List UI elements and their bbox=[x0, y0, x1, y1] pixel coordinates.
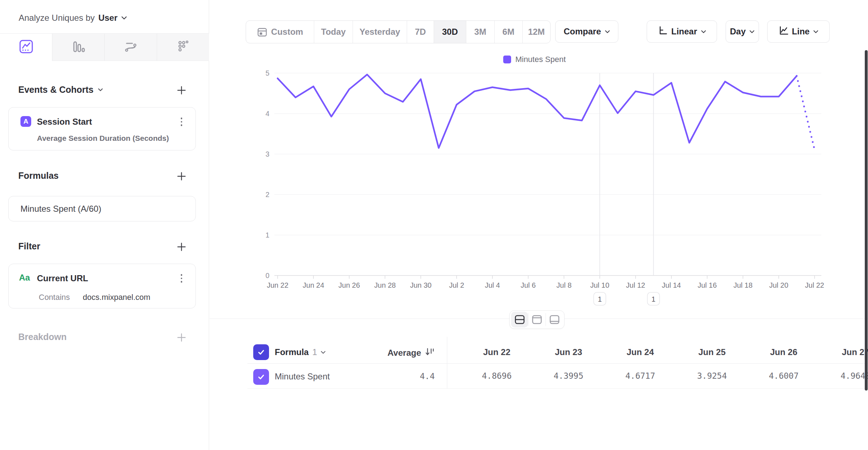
column-header[interactable]: Jun 22 bbox=[461, 347, 533, 357]
range-yesterday[interactable]: Yesterday bbox=[353, 21, 407, 43]
range-custom[interactable]: Custom bbox=[246, 21, 314, 43]
y-tick-label: 4 bbox=[265, 110, 269, 118]
calendar-icon bbox=[257, 27, 268, 37]
series-line[interactable] bbox=[278, 75, 797, 148]
x-tick-label: Jun 24 bbox=[303, 281, 324, 289]
x-tick-label: Jun 28 bbox=[374, 281, 396, 289]
annotation-badge-count: 1 bbox=[651, 295, 655, 303]
compare-button[interactable]: Compare bbox=[555, 20, 618, 43]
chevron-down-icon bbox=[813, 30, 819, 33]
analyze-label: Analyze Uniques by bbox=[19, 13, 95, 23]
table-row: 4.86964.39954.67173.92544.60074.9640 bbox=[461, 371, 868, 380]
table-row-underline bbox=[247, 388, 868, 389]
series-line-incomplete[interactable] bbox=[797, 76, 815, 150]
plus-icon bbox=[176, 332, 187, 343]
line-chart[interactable]: 012345Jun 22Jun 24Jun 26Jun 28Jun 30Jul … bbox=[209, 46, 868, 312]
filter-label: Filter bbox=[18, 241, 40, 252]
analyze-uniques-dropdown[interactable]: Analyze Uniques by User bbox=[19, 13, 127, 23]
plus-icon bbox=[176, 85, 187, 96]
event-letter-badge: A bbox=[20, 116, 31, 127]
y-tick-label: 1 bbox=[265, 231, 269, 239]
filter-value[interactable]: docs.mixpanel.com bbox=[83, 293, 150, 302]
event-aggregation[interactable]: Average Session Duration (Seconds) bbox=[37, 134, 169, 143]
add-filter-button[interactable] bbox=[175, 240, 188, 253]
table-column-headers: Jun 22Jun 23Jun 24Jun 25Jun 26Jun 27 bbox=[461, 347, 868, 357]
add-event-button[interactable] bbox=[175, 84, 188, 97]
tab-flows[interactable] bbox=[104, 34, 157, 61]
row-checkbox[interactable] bbox=[253, 369, 269, 385]
event-card-session-start[interactable]: A Session Start Average Session Duration… bbox=[8, 107, 196, 150]
flows-icon bbox=[123, 39, 138, 56]
split-view-icon bbox=[514, 314, 525, 325]
x-tick-label: Jul 6 bbox=[520, 281, 536, 289]
x-tick-label: Jul 14 bbox=[662, 281, 681, 289]
value-cell: 4.6007 bbox=[748, 371, 820, 380]
x-tick-label: Jul 10 bbox=[590, 281, 609, 289]
column-header[interactable]: Jun 26 bbox=[748, 347, 820, 357]
scale-button[interactable]: Linear bbox=[647, 20, 717, 43]
view-toggle-group bbox=[509, 310, 565, 329]
formula-group-dropdown[interactable]: Formula 1 bbox=[275, 347, 326, 357]
x-tick-label: Jul 16 bbox=[698, 281, 717, 289]
sort-icon[interactable] bbox=[425, 347, 435, 359]
add-breakdown-button[interactable] bbox=[175, 331, 188, 344]
select-all-checkbox[interactable] bbox=[253, 344, 269, 360]
range-today[interactable]: Today bbox=[314, 21, 353, 43]
column-header[interactable]: Jun 25 bbox=[676, 347, 748, 357]
tab-bar-chart[interactable] bbox=[52, 34, 104, 61]
column-header[interactable]: Jun 27 bbox=[820, 347, 868, 357]
chart-type-label: Line bbox=[792, 27, 810, 37]
x-tick-label: Jun 30 bbox=[410, 281, 431, 289]
range-30d[interactable]: 30D bbox=[434, 21, 466, 43]
line-chart-icon bbox=[19, 39, 34, 56]
compare-label: Compare bbox=[563, 27, 601, 37]
check-icon bbox=[256, 372, 266, 382]
sidebar: Analyze Uniques by User bbox=[0, 0, 209, 450]
tab-insights-line[interactable] bbox=[0, 34, 52, 61]
filter-operator[interactable]: Contains bbox=[39, 293, 70, 302]
value-cell: 4.6717 bbox=[604, 371, 676, 380]
table-only-view-icon bbox=[549, 314, 560, 325]
events-cohorts-header[interactable]: Events & Cohorts bbox=[18, 85, 103, 95]
x-tick-label: Jul 20 bbox=[769, 281, 788, 289]
value-cell: 3.9254 bbox=[676, 371, 748, 380]
y-tick-label: 2 bbox=[265, 191, 269, 198]
range-12m[interactable]: 12M bbox=[523, 21, 550, 43]
chart-only-view-button[interactable] bbox=[529, 312, 546, 327]
tab-metrics-grid[interactable] bbox=[157, 34, 209, 61]
kebab-menu-icon[interactable] bbox=[177, 116, 186, 128]
scale-label: Linear bbox=[671, 27, 697, 37]
filter-card-current-url[interactable]: Aa Current URL Contains docs.mixpanel.co… bbox=[8, 264, 196, 308]
formula-card[interactable]: Minutes Spent (A/60) bbox=[8, 196, 196, 221]
range-7d[interactable]: 7D bbox=[407, 21, 434, 43]
add-formula-button[interactable] bbox=[175, 170, 188, 183]
annotation-badge-count: 1 bbox=[598, 295, 602, 303]
chart-type-button[interactable]: Line bbox=[767, 20, 830, 43]
series-average-value: 4.4 bbox=[323, 372, 435, 381]
line-chart-icon bbox=[778, 25, 788, 38]
breakdown-header: Breakdown bbox=[18, 332, 67, 342]
table-only-view-button[interactable] bbox=[546, 312, 563, 327]
chart-type-tabstrip bbox=[0, 33, 209, 61]
x-tick-label: Jun 22 bbox=[267, 281, 288, 289]
range-6m[interactable]: 6M bbox=[495, 21, 523, 43]
formulas-label: Formulas bbox=[18, 171, 59, 181]
filter-header: Filter bbox=[18, 241, 40, 252]
table-header-underline bbox=[247, 363, 868, 364]
split-view-button[interactable] bbox=[511, 312, 528, 327]
kebab-menu-icon[interactable] bbox=[177, 273, 186, 284]
formula-group-label: Formula bbox=[275, 347, 309, 357]
check-icon bbox=[256, 347, 266, 357]
column-header[interactable]: Jun 23 bbox=[533, 347, 604, 357]
average-column-header[interactable]: Average bbox=[323, 347, 435, 359]
filter-property: Current URL bbox=[37, 273, 88, 283]
bar-chart-icon bbox=[71, 39, 86, 56]
column-header[interactable]: Jun 24 bbox=[604, 347, 676, 357]
formulas-header: Formulas bbox=[18, 171, 59, 181]
chevron-down-icon bbox=[749, 30, 755, 33]
events-cohorts-label: Events & Cohorts bbox=[18, 85, 94, 95]
vertical-scrollbar[interactable] bbox=[865, 50, 868, 391]
granularity-button[interactable]: Day bbox=[726, 20, 759, 43]
chevron-down-icon bbox=[701, 30, 706, 33]
range-3m[interactable]: 3M bbox=[466, 21, 495, 43]
